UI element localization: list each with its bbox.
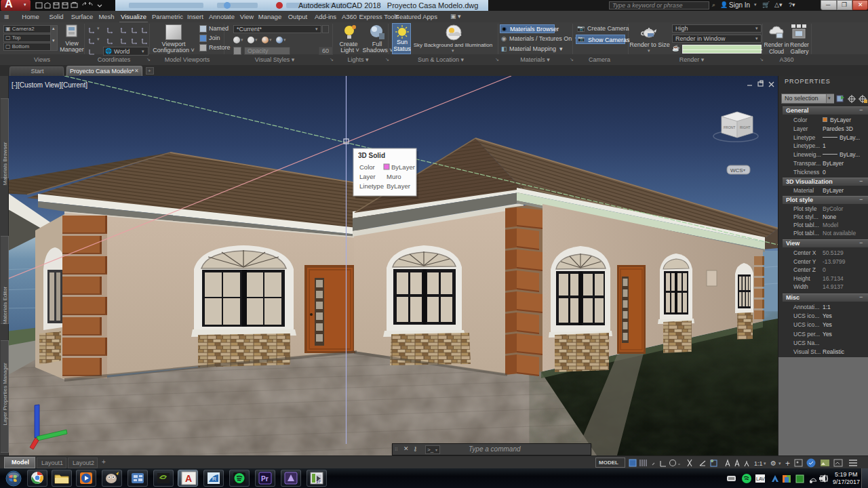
svg-text:Linetype: Linetype <box>359 182 384 190</box>
svg-text:Pr: Pr <box>261 475 269 483</box>
svg-text:LAV: LAV <box>756 476 765 481</box>
svg-text:Color: Color <box>359 163 375 171</box>
svg-text:FRONT: FRONT <box>724 125 735 129</box>
svg-text:▾: ▾ <box>778 461 781 466</box>
svg-text:▾: ▾ <box>764 461 766 466</box>
svg-text:RIGHT: RIGHT <box>740 125 751 129</box>
svg-text:1:1: 1:1 <box>754 460 763 467</box>
svg-text:37: 37 <box>316 480 321 484</box>
svg-text:Layer: Layer <box>359 173 376 180</box>
svg-text:R: R <box>212 476 216 482</box>
svg-text:ByLayer: ByLayer <box>387 182 410 190</box>
svg-text:+: + <box>785 459 790 468</box>
svg-text:A: A <box>185 473 192 484</box>
svg-text:⚙: ⚙ <box>770 460 776 467</box>
svg-text:[-][Custom View][Current]: [-][Custom View][Current] <box>12 81 87 89</box>
svg-text:Muro: Muro <box>387 173 401 180</box>
svg-text:ByLayer: ByLayer <box>391 163 415 171</box>
svg-text:▾: ▾ <box>743 168 745 172</box>
svg-text:3D Solid: 3D Solid <box>358 152 385 159</box>
svg-text:WCS: WCS <box>730 167 743 174</box>
